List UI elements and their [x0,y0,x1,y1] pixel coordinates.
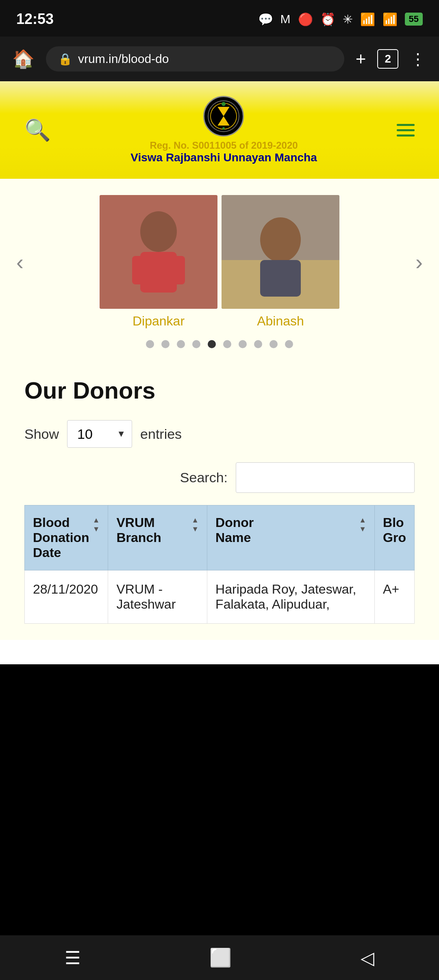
dot-1[interactable] [146,340,154,348]
menu-button[interactable] [397,124,415,137]
search-input[interactable] [236,462,415,493]
svg-rect-10 [140,252,177,293]
svg-point-15 [260,217,301,262]
carousel-inner: ‹ Dipankar [12,195,427,329]
search-row: Search: [24,462,415,493]
browser-chrome: 🏠 🔒 vrum.in/blood-do + 2 ⋮ [0,37,439,81]
entries-select[interactable]: 10 25 50 100 [67,420,132,448]
status-icons: 💬 M 🔴 ⏰ ✳ 📶 📶 55 [258,12,423,26]
table-row: 28/11/2020 VRUM - Jateshwar Haripada Roy… [25,570,415,624]
bluetooth-icon: ✳ [343,12,353,26]
donor-card-abinash: Abinash [222,195,339,329]
th-vrum-branch[interactable]: VRUMBranch ▲▼ [108,505,207,570]
td-date: 28/11/2020 [25,570,108,624]
new-tab-button[interactable]: + [356,49,366,69]
dot-7[interactable] [239,340,247,348]
tab-count[interactable]: 2 [377,49,398,69]
dot-6[interactable] [223,340,231,348]
dot-9[interactable] [269,340,278,348]
donors-table: BloodDonationDate ▲▼ VRUMBranch ▲▼ Donor… [24,505,415,624]
svg-point-6 [222,102,226,106]
dot-4[interactable] [192,340,200,348]
url-bar[interactable]: 🔒 vrum.in/blood-do [46,46,344,72]
dot-3[interactable] [177,340,185,348]
nav-home-button[interactable]: ⬜ [209,947,232,968]
donor-name-abinash: Abinash [222,314,339,329]
dot-8[interactable] [254,340,262,348]
donor-card-dipankar: Dipankar [100,195,217,329]
status-bar: 12:53 💬 M 🔴 ⏰ ✳ 📶 📶 55 [0,0,439,37]
carousel-prev-button[interactable]: ‹ [12,249,28,275]
table-header-row: BloodDonationDate ▲▼ VRUMBranch ▲▼ Donor… [25,505,415,570]
th-blood-group: BloGro [375,505,415,570]
svg-rect-11 [132,256,144,284]
battery-indicator: 55 [405,13,423,26]
th-donor-name[interactable]: DonorName ▲▼ [207,505,375,570]
nav-back-button[interactable]: ◁ [361,947,374,968]
gmail-icon: M [280,12,291,26]
whatsapp-icon: 💬 [258,12,273,26]
donor-photo-1 [100,195,217,309]
svg-rect-12 [173,256,185,284]
dot-2[interactable] [161,340,170,348]
th-vrum-branch-label: VRUMBranch [116,515,161,545]
lock-icon: 🔒 [58,52,72,66]
bottom-navigation: ☰ ⬜ ◁ [0,935,439,980]
org-name: Viswa Rajbanshi Unnayan Mancha [130,151,317,164]
notification-icon: 🔴 [298,12,313,26]
donor-carousel: ‹ Dipankar [0,179,439,360]
section-title: Our Donors [24,377,415,404]
reg-number: Reg. No. S0011005 of 2019-2020 [130,140,317,151]
carousel-photos: Dipankar Abinash [28,195,411,329]
donor-name-dipankar: Dipankar [100,314,217,329]
more-options-button[interactable]: ⋮ [410,50,427,68]
entries-select-wrapper[interactable]: 10 25 50 100 [67,420,132,448]
svg-point-7 [222,127,225,130]
signal-icon: 📶 [382,12,398,26]
org-logo [203,96,244,137]
td-blood-group: A+ [375,570,415,624]
dot-10[interactable] [285,340,293,348]
url-text: vrum.in/blood-do [78,52,169,66]
search-label: Search: [180,470,228,486]
sort-arrows-branch[interactable]: ▲▼ [191,516,199,533]
entries-label: entries [140,426,182,442]
td-branch: VRUM - Jateshwar [108,570,207,624]
th-blood-donation-date[interactable]: BloodDonationDate ▲▼ [25,505,108,570]
logo-center: Reg. No. S0011005 of 2019-2020 Viswa Raj… [130,96,317,164]
carousel-next-button[interactable]: › [411,249,427,275]
th-blood-donation-date-label: BloodDonationDate [33,515,89,560]
wifi-icon: 📶 [360,12,375,26]
svg-point-9 [140,211,177,252]
show-label: Show [24,426,59,442]
td-donor-name: Haripada Roy, Jateswar, Falakata, Alipud… [207,570,375,624]
donors-section: Our Donors Show 10 25 50 100 entries Sea… [0,360,439,640]
search-icon[interactable]: 🔍 [24,118,51,143]
svg-rect-16 [260,260,301,297]
sort-arrows-donor[interactable]: ▲▼ [359,516,366,533]
dot-5[interactable] [208,340,216,348]
sort-arrows-date[interactable]: ▲▼ [93,516,100,533]
donor-photo-2 [222,195,339,309]
alarm-icon: ⏰ [320,12,335,26]
nav-menu-button[interactable]: ☰ [65,947,80,968]
carousel-dots [12,340,427,348]
content-area: ‹ Dipankar [0,179,439,664]
browser-home-button[interactable]: 🏠 [12,48,35,69]
show-entries-row: Show 10 25 50 100 entries [24,420,415,448]
status-time: 12:53 [16,11,54,28]
site-header: 🔍 Reg. No. S0011005 of 2019-2020 Viswa R… [0,81,439,179]
th-donor-name-label: DonorName [215,515,254,545]
th-blood-group-label: BloGro [383,515,406,545]
